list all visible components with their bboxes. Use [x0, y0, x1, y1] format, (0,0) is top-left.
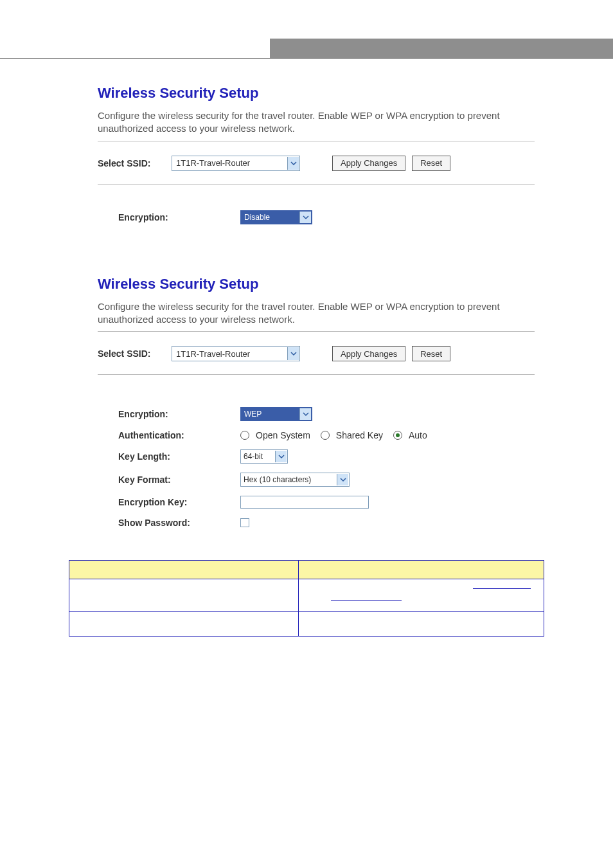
auth-auto-label: Auto [409, 430, 427, 440]
description: Configure the wireless security for the … [98, 300, 535, 332]
chevron-down-icon [299, 212, 311, 223]
chevron-down-icon [287, 347, 299, 360]
info-th-1 [69, 561, 299, 579]
showpw-label: Show Password: [118, 518, 240, 528]
auth-radio-group: Open System Shared Key Auto [240, 430, 434, 440]
auth-open-label: Open System [256, 430, 310, 440]
enckey-label: Encryption Key: [118, 497, 240, 507]
encryption-key-input[interactable] [240, 496, 369, 509]
auth-radio-shared[interactable] [321, 431, 330, 440]
ssid-value: 1T1R-Travel-Router [176, 349, 250, 359]
info-cell-4 [299, 612, 544, 637]
apply-changes-button[interactable]: Apply Changes [332, 156, 405, 171]
info-link-1[interactable] [331, 600, 402, 601]
ssid-value: 1T1R-Travel-Router [176, 158, 250, 168]
apply-changes-button[interactable]: Apply Changes [332, 346, 405, 361]
encryption-select[interactable]: Disable [240, 210, 312, 224]
page-title: Wireless Security Setup [98, 276, 535, 293]
page-title: Wireless Security Setup [98, 85, 535, 102]
encryption-select[interactable]: WEP [240, 407, 312, 421]
ssid-label: Select SSID: [98, 158, 172, 168]
top-bar [0, 39, 613, 59]
encryption-label: Encryption: [118, 409, 240, 419]
ssid-select[interactable]: 1T1R-Travel-Router [172, 346, 300, 361]
info-cell-1 [69, 579, 299, 612]
panel-disable: Wireless Security Setup Configure the wi… [98, 85, 535, 224]
chevron-down-icon [275, 451, 287, 462]
keylen-label: Key Length: [118, 451, 240, 462]
auth-label: Authentication: [118, 430, 240, 440]
info-cell-2 [299, 579, 544, 612]
info-table [69, 560, 544, 637]
chevron-down-icon [337, 474, 348, 485]
description: Configure the wireless security for the … [98, 109, 535, 141]
auth-shared-label: Shared Key [336, 430, 383, 440]
keyfmt-select[interactable]: Hex (10 characters) [240, 473, 350, 487]
chevron-down-icon [299, 408, 311, 420]
chevron-down-icon [287, 157, 299, 170]
ssid-row: Select SSID: 1T1R-Travel-Router Apply Ch… [98, 332, 535, 375]
ssid-label: Select SSID: [98, 348, 172, 359]
info-cell-3 [69, 612, 299, 637]
keyfmt-value: Hex (10 characters) [244, 475, 311, 484]
encryption-label: Encryption: [118, 212, 240, 222]
auth-radio-open[interactable] [240, 431, 249, 440]
reset-button[interactable]: Reset [412, 346, 450, 361]
info-link-2[interactable] [473, 588, 531, 589]
top-bar-right [270, 39, 613, 58]
top-bar-left [0, 39, 270, 58]
keyfmt-label: Key Format: [118, 475, 240, 485]
panel-wep: Wireless Security Setup Configure the wi… [98, 276, 535, 529]
keylen-value: 64-bit [244, 452, 263, 461]
ssid-row: Select SSID: 1T1R-Travel-Router Apply Ch… [98, 141, 535, 185]
keylen-select[interactable]: 64-bit [240, 449, 288, 464]
reset-button[interactable]: Reset [412, 156, 450, 171]
ssid-select[interactable]: 1T1R-Travel-Router [172, 156, 300, 171]
show-password-checkbox[interactable] [240, 518, 249, 527]
info-th-2 [299, 561, 544, 579]
auth-radio-auto[interactable] [393, 431, 402, 440]
